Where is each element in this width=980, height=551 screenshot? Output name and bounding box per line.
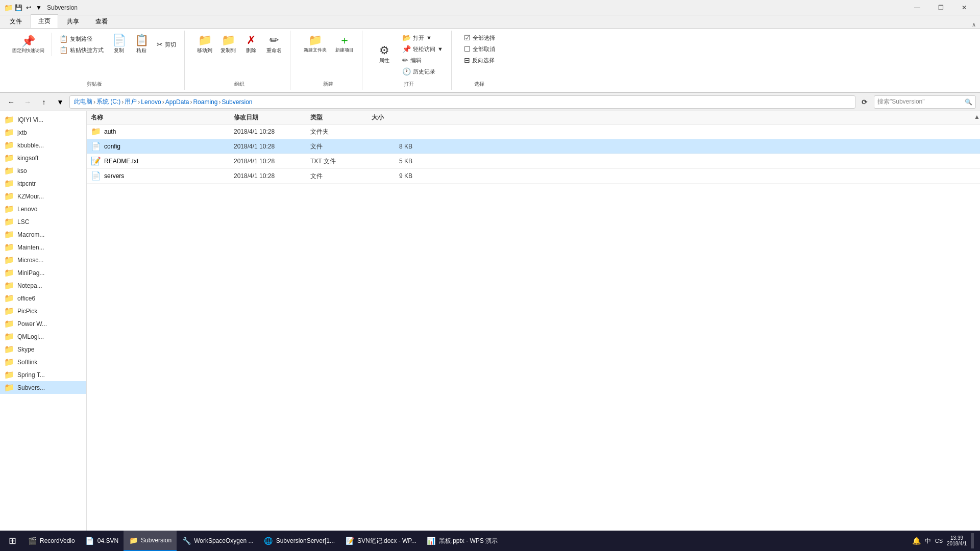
search-box[interactable]: 搜索"Subversion" 🔍 (874, 95, 976, 109)
ime-icon[interactable]: 中 (925, 537, 931, 545)
new-folder-button[interactable]: 📁 新建文件夹 (300, 33, 330, 56)
column-header-date[interactable]: 修改日期 (234, 113, 310, 122)
move-to-button[interactable]: 📁 移动到 (194, 33, 215, 56)
table-row[interactable]: 📁 auth 2018/4/1 10:28 文件夹 (87, 124, 980, 139)
back-button[interactable]: ← (4, 95, 18, 109)
sidebar-item-mainten[interactable]: 📁 Mainten... (0, 241, 86, 254)
sidebar-item-qmlogl[interactable]: 📁 QMLogl... (0, 330, 86, 343)
delete-button[interactable]: ✗ 删除 (241, 33, 261, 56)
folder-icon: 📁 (4, 306, 14, 316)
sidebar-item-office6[interactable]: 📁 office6 (0, 292, 86, 305)
breadcrumb-subversion[interactable]: Subversion (222, 98, 252, 106)
sidebar-item-softlink[interactable]: 📁 Softlink (0, 356, 86, 368)
file-list: 名称 ▲ 修改日期 类型 大小 📁 auth 2018/4/1 10:28 文件… (87, 111, 980, 551)
sidebar-item-lenovo[interactable]: 📁 Lenovo (0, 203, 86, 215)
sidebar-item-kbubble[interactable]: 📁 kbubble... (0, 139, 86, 152)
breadcrumb-c[interactable]: 系统 (C:) (96, 97, 120, 106)
table-row[interactable]: 📄 servers 2018/4/1 10:28 文件 9 KB (87, 169, 980, 184)
copy-button[interactable]: 📄 复制 (109, 33, 129, 56)
sidebar-item-kingsoft[interactable]: 📁 kingsoft (0, 152, 86, 164)
taskbar-subversionserver[interactable]: 🌐 SubversionServer[1... (259, 531, 340, 551)
show-desktop-button[interactable] (971, 533, 974, 548)
sidebar-item-minipag[interactable]: 📁 MiniPag... (0, 266, 86, 279)
breadcrumb-roaming[interactable]: Roaming (193, 98, 217, 106)
cut-button[interactable]: ✂ 剪切 (154, 37, 179, 52)
sidebar-item-kzmour[interactable]: 📁 KZMour... (0, 190, 86, 203)
dropdown-button[interactable]: ▼ (53, 95, 67, 109)
copy-icon: 📄 (112, 35, 126, 46)
paste-button[interactable]: 📋 粘贴 (131, 33, 152, 56)
breadcrumb-appdata[interactable]: AppData (165, 98, 189, 106)
sidebar-item-skype[interactable]: 📁 Skype (0, 343, 86, 356)
search-icon[interactable]: 🔍 (965, 98, 972, 106)
sidebar-item-power[interactable]: 📁 Power W... (0, 317, 86, 330)
pin-quick-access-button[interactable]: 📌 固定到快速访问 (9, 34, 47, 56)
ribbon-collapse-button[interactable]: ∧ (116, 21, 980, 28)
new-item-button[interactable]: ＋ 新建项目 (332, 33, 357, 56)
forward-button[interactable]: → (20, 95, 35, 109)
select-buttons: ☑ 全部选择 ☐ 全部取消 ⊟ 反向选择 (461, 33, 498, 65)
taskbar-04svn[interactable]: 📄 04.SVN (80, 531, 124, 551)
taskbar-label: 04.SVN (97, 537, 118, 544)
notification-icon[interactable]: 🔔 (912, 537, 921, 545)
redo-dropdown-icon[interactable]: ▼ (35, 4, 43, 12)
table-row[interactable]: 📄 config 2018/4/1 10:28 文件 8 KB (87, 139, 980, 154)
tab-file[interactable]: 文件 (2, 15, 30, 28)
taskbar-right: 🔔 中 CS 13:39 2018/4/1 (912, 533, 978, 548)
history-button[interactable]: 🕐 历史记录 (399, 66, 446, 77)
copy-path-button[interactable]: 📋 复制路径 (56, 34, 107, 44)
sidebar-item-label: IQIYI Vi... (17, 116, 43, 123)
file-type: TXT 文件 (310, 157, 372, 166)
breadcrumb-lenovo[interactable]: Lenovo (141, 98, 161, 106)
breadcrumb-mypc[interactable]: 此电脑 (74, 97, 92, 106)
sidebar-item-notepa[interactable]: 📁 Notepa... (0, 279, 86, 292)
sidebar-item-kso[interactable]: 📁 kso (0, 164, 86, 177)
sidebar-item-macrom[interactable]: 📁 Macrom... (0, 228, 86, 241)
sidebar-item-spring[interactable]: 📁 Spring T... (0, 368, 86, 381)
tab-home[interactable]: 主页 (31, 14, 58, 28)
sidebar-item-picpick[interactable]: 📁 PicPick (0, 305, 86, 317)
quick-access-icon[interactable]: 💾 (14, 4, 22, 12)
refresh-button[interactable]: ⟳ (857, 95, 872, 109)
tab-view[interactable]: 查看 (88, 15, 115, 28)
up-button[interactable]: ↑ (37, 95, 51, 109)
taskbar-blackboard[interactable]: 📊 黑板.pptx - WPS 演示 (422, 531, 503, 551)
open-button[interactable]: 📂 打开 ▼ (399, 33, 446, 43)
select-all-button[interactable]: ☑ 全部选择 (461, 33, 498, 43)
close-button[interactable]: ✕ (952, 0, 976, 15)
table-row[interactable]: 📝 README.txt 2018/4/1 10:28 TXT 文件 5 KB (87, 154, 980, 169)
clipboard-buttons: 📌 固定到快速访问 📋 复制路径 📋 粘贴快捷方式 📄 复制 (9, 33, 179, 56)
column-header-name[interactable]: 名称 (91, 113, 234, 122)
edit-button[interactable]: ✏ 编辑 (399, 55, 446, 65)
taskbar-subversion[interactable]: 📁 Subversion (124, 531, 177, 551)
minimize-button[interactable]: — (905, 0, 929, 15)
folder-icon: 📁 (4, 344, 14, 354)
invert-selection-button[interactable]: ⊟ 反向选择 (461, 55, 498, 65)
docx-icon: 📝 (345, 536, 354, 545)
sidebar-item-microsc[interactable]: 📁 Microsc... (0, 254, 86, 266)
column-header-type[interactable]: 类型 (310, 113, 372, 122)
sidebar-item-subvers[interactable]: 📁 Subvers... (0, 381, 86, 394)
tab-share[interactable]: 共享 (59, 15, 87, 28)
start-button[interactable]: ⊞ (2, 531, 22, 551)
sidebar-item-lsc[interactable]: 📁 LSC (0, 215, 86, 228)
sidebar-item-jxtb[interactable]: 📁 jxtb (0, 126, 86, 139)
easy-access-button[interactable]: 📌 轻松访问 ▼ (399, 44, 446, 54)
paste-col: 📋 粘贴 (131, 33, 152, 56)
sidebar-item-iqiyi[interactable]: 📁 IQIYI Vi... (0, 113, 86, 126)
select-none-button[interactable]: ☐ 全部取消 (461, 44, 498, 54)
taskbar-recordvedio[interactable]: 🎬 RecordVedio (22, 531, 80, 551)
undo-icon[interactable]: ↩ (24, 4, 33, 12)
clock[interactable]: 13:39 2018/4/1 (947, 535, 967, 546)
taskbar-workspace[interactable]: 🔧 WorkSpaceOxygen ... (177, 531, 259, 551)
sidebar-item-ktpcntr[interactable]: 📁 ktpcntr (0, 177, 86, 190)
sidebar-item-label: office6 (17, 295, 35, 302)
copy-to-button[interactable]: 📁 复制到 (217, 33, 239, 56)
taskbar-svnnotes[interactable]: 📝 SVN笔记.docx - WP... (340, 531, 422, 551)
rename-button[interactable]: ✏ 重命名 (263, 33, 285, 56)
maximize-button[interactable]: ❐ (929, 0, 952, 15)
properties-button[interactable]: ⚙ 属性 (372, 43, 397, 66)
column-header-size[interactable]: 大小 (372, 113, 412, 122)
paste-shortcut-button[interactable]: 📋 粘贴快捷方式 (56, 45, 107, 55)
breadcrumb-users[interactable]: 用户 (125, 97, 137, 106)
